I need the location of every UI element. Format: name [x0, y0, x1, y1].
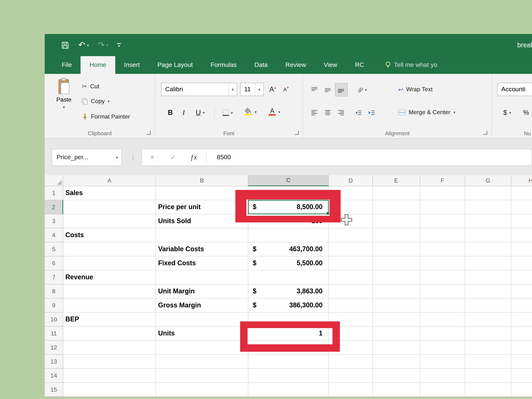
cell-C8[interactable]: $3,863.00	[248, 285, 329, 298]
cell-E13[interactable]	[373, 355, 420, 369]
cell-A5[interactable]	[63, 242, 156, 256]
cell-C4[interactable]	[248, 228, 329, 242]
cell-H7[interactable]	[511, 270, 532, 285]
cell-C9[interactable]: $386,300.00	[248, 298, 329, 313]
copy-button[interactable]: Copy ▾	[82, 95, 110, 107]
cell-B5[interactable]: Variable Costs	[156, 242, 248, 256]
cell-B13[interactable]	[156, 355, 248, 369]
row-header-1[interactable]: 1	[45, 186, 63, 200]
tab-home[interactable]: Home	[81, 56, 115, 74]
row-header-6[interactable]: 6	[45, 256, 63, 270]
increase-font-size-button[interactable]: A ▴	[267, 83, 279, 96]
cell-E7[interactable]	[373, 270, 420, 285]
customize-qat-button[interactable]: ▾	[117, 43, 121, 47]
italic-button[interactable]: I	[178, 106, 189, 119]
cell-G1[interactable]	[465, 186, 511, 200]
cell-D8[interactable]	[329, 285, 373, 298]
cell-B3[interactable]: Units Sold	[156, 214, 248, 228]
merge-center-dropdown-icon[interactable]: ▾	[453, 110, 455, 115]
undo-dropdown-icon[interactable]: ▾	[87, 43, 89, 47]
row-header-4[interactable]: 4	[45, 228, 63, 242]
cell-G12[interactable]	[465, 341, 511, 355]
row-header-13[interactable]: 13	[45, 355, 63, 369]
name-box-dropdown-icon[interactable]: ▾	[116, 155, 121, 160]
row-header-5[interactable]: 5	[45, 242, 63, 256]
bold-button[interactable]: B	[165, 106, 176, 119]
cell-F7[interactable]	[420, 270, 465, 285]
cell-C6[interactable]: $5,500.00	[248, 256, 329, 270]
cell-G7[interactable]	[465, 270, 511, 285]
top-align-button[interactable]	[309, 83, 321, 96]
cell-F1[interactable]	[420, 186, 465, 200]
number-format-combo[interactable]: Accounti	[497, 83, 532, 96]
merge-center-button[interactable]: Merge & Center ▾	[398, 106, 455, 118]
align-center-button[interactable]	[322, 106, 334, 119]
cell-G5[interactable]	[465, 242, 511, 256]
cell-E9[interactable]	[373, 298, 420, 313]
middle-align-button[interactable]	[322, 83, 334, 96]
decrease-indent-button[interactable]	[352, 106, 364, 119]
tab-insert[interactable]: Insert	[115, 56, 149, 74]
cell-B7[interactable]	[156, 270, 248, 285]
cell-A15[interactable]	[63, 383, 156, 397]
font-dialog-launcher[interactable]	[295, 131, 299, 135]
fill-color-dropdown-icon[interactable]: ▾	[254, 109, 257, 114]
cell-A1[interactable]: Sales	[63, 186, 156, 200]
insert-function-button[interactable]: ƒx	[183, 153, 204, 161]
column-header-D[interactable]: D	[329, 175, 373, 186]
tab-view[interactable]: View	[315, 56, 346, 74]
paste-button[interactable]: Paste ▾	[51, 78, 77, 110]
cell-A11[interactable]	[63, 327, 156, 341]
cell-E5[interactable]	[373, 242, 420, 256]
column-header-G[interactable]: G	[465, 175, 511, 186]
cell-A10[interactable]: BEP	[63, 313, 156, 327]
cell-G11[interactable]	[465, 327, 511, 341]
cell-G8[interactable]	[465, 285, 511, 298]
underline-dropdown-icon[interactable]: ▾	[203, 110, 205, 115]
cell-E6[interactable]	[373, 256, 420, 270]
cell-B9[interactable]: Gross Margin	[156, 298, 248, 313]
cell-F13[interactable]	[420, 355, 465, 369]
column-header-H[interactable]: H	[511, 175, 532, 186]
cell-F15[interactable]	[420, 383, 465, 397]
cell-E14[interactable]	[373, 369, 420, 383]
tab-review[interactable]: Review	[277, 56, 315, 74]
font-size-combo[interactable]: 11 ▾	[240, 83, 264, 96]
cell-F11[interactable]	[420, 327, 465, 341]
cell-C13[interactable]	[248, 355, 329, 369]
cell-E3[interactable]	[373, 214, 420, 228]
cell-B15[interactable]	[156, 383, 248, 397]
cell-G4[interactable]	[465, 228, 511, 242]
clipboard-dialog-launcher[interactable]	[147, 131, 151, 135]
alignment-dialog-launcher[interactable]	[483, 131, 487, 135]
cell-G9[interactable]	[465, 298, 511, 313]
cell-F4[interactable]	[420, 228, 465, 242]
cell-G2[interactable]	[465, 200, 511, 214]
cell-C7[interactable]	[248, 270, 329, 285]
cell-D4[interactable]	[329, 228, 373, 242]
wrap-text-button[interactable]: ↩ Wrap Text	[398, 83, 433, 95]
cell-E12[interactable]	[373, 341, 420, 355]
undo-button[interactable]: ↶ ▾	[78, 40, 89, 50]
font-size-dropdown-icon[interactable]: ▾	[255, 83, 263, 96]
cell-A9[interactable]	[63, 298, 156, 313]
cell-D7[interactable]	[329, 270, 373, 285]
font-name-combo[interactable]: Calibri ▾	[161, 83, 237, 96]
row-header-8[interactable]: 8	[45, 285, 63, 298]
paste-dropdown-icon[interactable]: ▾	[63, 105, 65, 110]
formula-bar-splitter[interactable]: ⋮	[130, 149, 136, 166]
tab-file[interactable]: File	[53, 56, 81, 74]
tab-page-layout[interactable]: Page Layout	[149, 56, 202, 74]
cell-F2[interactable]	[420, 200, 465, 214]
row-header-14[interactable]: 14	[45, 369, 63, 383]
row-header-12[interactable]: 12	[45, 341, 63, 355]
cell-F14[interactable]	[420, 369, 465, 383]
cell-F3[interactable]	[420, 214, 465, 228]
fill-color-button[interactable]: ▾	[241, 106, 260, 118]
column-header-B[interactable]: B	[156, 175, 248, 186]
bottom-align-button[interactable]	[336, 83, 347, 96]
cell-H14[interactable]	[511, 369, 532, 383]
cell-B4[interactable]	[156, 228, 248, 242]
underline-button[interactable]: U ▾	[191, 106, 209, 119]
row-header-11[interactable]: 11	[45, 327, 63, 341]
